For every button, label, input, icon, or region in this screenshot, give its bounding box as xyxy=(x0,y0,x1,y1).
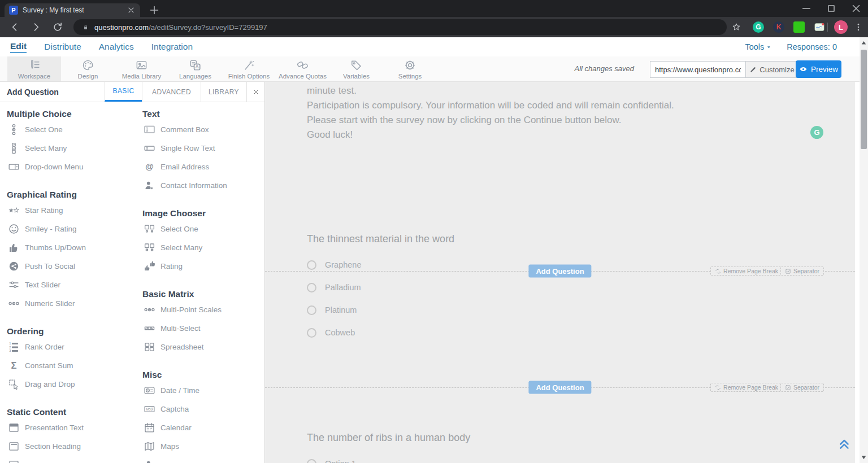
ribbon-workspace[interactable]: Workspace xyxy=(7,56,61,81)
question-type-drop-down-menu[interactable]: Drop-down Menu xyxy=(7,158,136,176)
tools-menu[interactable]: Tools xyxy=(745,42,772,51)
question-type-rating[interactable]: Rating xyxy=(142,257,264,276)
green-extension-icon[interactable] xyxy=(793,21,805,33)
new-tab-icon[interactable] xyxy=(148,4,160,16)
intro-line: minute test. xyxy=(307,84,804,98)
grammarly-extension-icon[interactable]: G xyxy=(753,21,764,33)
answer-option[interactable]: Palladium xyxy=(307,276,832,299)
k-extension-icon[interactable]: K xyxy=(773,21,784,33)
customize-button[interactable]: Customize xyxy=(746,61,798,78)
ribbon-languages[interactable]: ALanguages xyxy=(168,56,222,81)
question-type-calendar[interactable]: Calendar xyxy=(142,418,264,437)
question-type-constant-sum[interactable]: ΣConstant Sum xyxy=(7,356,136,375)
menu-edit[interactable]: Edit xyxy=(10,41,27,53)
add-question-button[interactable]: Add Question xyxy=(528,381,591,394)
minimize-icon[interactable] xyxy=(798,2,815,15)
menu-distribute[interactable]: Distribute xyxy=(44,42,81,52)
scrollbar-up-icon[interactable] xyxy=(860,38,868,47)
answer-option[interactable]: Graphene xyxy=(307,254,832,276)
check-list-icon xyxy=(8,142,20,154)
responses-count[interactable]: Responses: 0 xyxy=(787,42,837,51)
bookmark-star-icon[interactable] xyxy=(731,22,741,32)
grammarly-badge-icon[interactable]: G xyxy=(810,126,823,139)
ribbon-media-library[interactable]: Media Library xyxy=(115,56,168,81)
question-type-select-one[interactable]: Select One xyxy=(142,220,264,238)
radio-icon[interactable] xyxy=(307,283,316,292)
question-type-multi-point-scales[interactable]: Multi-Point Scales xyxy=(142,300,264,319)
close-window-icon[interactable] xyxy=(848,2,865,15)
maximize-icon[interactable] xyxy=(823,2,840,15)
radio-icon[interactable] xyxy=(307,328,316,338)
question-type-select-many[interactable]: Select Many xyxy=(142,238,264,257)
question-type-smiley-rating[interactable]: Smiley - Rating xyxy=(7,220,136,238)
ribbon-finish-options[interactable]: Finish Options xyxy=(222,56,276,81)
question-type-star-rating[interactable]: Star Rating xyxy=(7,201,136,220)
radio-icon[interactable] xyxy=(307,260,316,270)
question-type-text-slider[interactable]: Text Slider xyxy=(7,276,136,294)
question-type-email-address[interactable]: @Email Address xyxy=(142,158,264,176)
question-type-spreadsheet[interactable]: Spreadsheet xyxy=(142,338,264,356)
survey-url-input[interactable] xyxy=(650,61,746,78)
intro-text-block[interactable]: minute test.Participation is compulsory.… xyxy=(307,84,804,142)
answer-option[interactable]: Option 1 xyxy=(307,452,832,463)
address-bar[interactable]: questionpro.com/a/editSurvey.do?surveyID… xyxy=(73,19,727,35)
page-scrollbar[interactable] xyxy=(860,37,868,463)
tab-advanced[interactable]: ADVANCED xyxy=(142,82,201,102)
question-title[interactable]: The thinnest material in the word xyxy=(307,233,832,247)
question-type-contact-information[interactable]: Contact Information xyxy=(142,176,264,195)
question-title[interactable]: The number of ribs in a human body xyxy=(307,432,832,445)
question-type-multi-select[interactable]: Multi-Select xyxy=(142,319,264,338)
question-type-rank-order[interactable]: 123Rank Order xyxy=(7,338,136,356)
preview-button[interactable]: Preview xyxy=(796,60,841,78)
ribbon-advance-quotas[interactable]: Advance Quotas xyxy=(276,56,329,81)
menu-integration[interactable]: Integration xyxy=(151,42,193,52)
multi-point-icon xyxy=(8,298,20,309)
question-type-partial[interactable] xyxy=(142,456,264,463)
ribbon-settings[interactable]: Settings xyxy=(383,56,437,81)
refresh-icon[interactable] xyxy=(52,21,63,33)
mail-extension-icon[interactable] xyxy=(814,21,825,33)
ribbon-toolbar: WorkspaceDesignMedia LibraryALanguagesFi… xyxy=(0,56,860,82)
tab-library[interactable]: LIBRARY xyxy=(201,82,246,102)
remove-page-break-button[interactable]: Remove Page Break xyxy=(710,383,783,392)
question-type-presentation-text[interactable]: Presentation Text xyxy=(7,418,136,437)
survey-canvas: minute test.Participation is compulsory.… xyxy=(265,82,855,463)
autosave-status: All changes saved xyxy=(574,64,634,73)
separator-button[interactable]: Separator xyxy=(780,383,824,392)
question-type-section-heading[interactable]: Section Heading xyxy=(7,437,136,456)
browser-menu-icon[interactable] xyxy=(853,21,863,33)
radio-icon[interactable] xyxy=(307,459,316,463)
profile-avatar[interactable]: L xyxy=(834,20,848,34)
question-type-single-row-text[interactable]: Single Row Text xyxy=(142,139,264,158)
question-type-thumbs-up-down[interactable]: Thumbs Up/Down xyxy=(7,238,136,257)
question-type-select-one[interactable]: Select One xyxy=(7,120,136,139)
question-type-partial[interactable] xyxy=(7,456,136,463)
menu-analytics[interactable]: Analytics xyxy=(99,42,134,52)
panel-close-icon[interactable] xyxy=(246,82,264,102)
svg-text:Σ: Σ xyxy=(11,360,17,371)
question-type-captcha[interactable]: vc8Captcha xyxy=(142,400,264,418)
tab-basic[interactable]: BASIC xyxy=(105,82,142,102)
scrollbar-thumb[interactable] xyxy=(861,50,867,149)
ribbon-design[interactable]: Design xyxy=(61,56,115,81)
question-type-comment-box[interactable]: Comment Box xyxy=(142,120,264,139)
contact-icon xyxy=(144,459,155,463)
date-time-icon xyxy=(144,385,155,396)
back-icon[interactable] xyxy=(9,21,20,33)
tab-close-icon[interactable] xyxy=(127,6,136,15)
forward-icon[interactable] xyxy=(31,21,42,33)
question-type-maps[interactable]: Maps xyxy=(142,437,264,456)
answer-option[interactable]: Cobweb xyxy=(307,321,832,344)
question-type-date-time[interactable]: Date / Time xyxy=(142,381,264,400)
browser-tab[interactable]: P Survey : My first test xyxy=(5,3,140,17)
scroll-to-top-icon[interactable] xyxy=(837,436,852,451)
scrollbar-down-icon[interactable] xyxy=(860,453,868,462)
ribbon-variables[interactable]: Variables xyxy=(329,56,383,81)
answer-option[interactable]: Platinum xyxy=(307,299,832,321)
radio-icon[interactable] xyxy=(307,305,316,315)
question-type-push-to-social[interactable]: Push To Social xyxy=(7,257,136,276)
question-type-select-many[interactable]: Select Many xyxy=(7,139,136,158)
question-block: The number of ribs in a human bodyOption… xyxy=(307,432,832,463)
question-type-drag-and-drop[interactable]: Drag and Drop xyxy=(7,375,136,394)
question-type-numeric-slider[interactable]: Numeric Slider xyxy=(7,294,136,313)
